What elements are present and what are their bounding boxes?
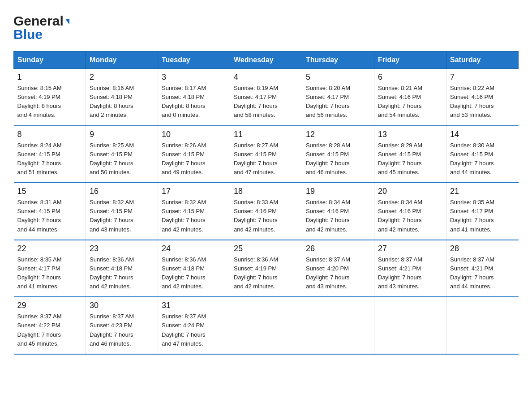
day-number: 3 (162, 73, 226, 82)
calendar-week-row: 22 Sunrise: 8:35 AMSunset: 4:17 PMDaylig… (14, 240, 519, 297)
day-number: 31 (162, 301, 226, 310)
day-number: 6 (378, 73, 442, 82)
calendar-cell (302, 297, 374, 354)
calendar-cell: 27 Sunrise: 8:37 AMSunset: 4:21 PMDaylig… (374, 240, 446, 297)
day-info: Sunrise: 8:36 AMSunset: 4:18 PMDaylight:… (90, 255, 154, 291)
calendar-cell: 31 Sunrise: 8:37 AMSunset: 4:24 PMDaylig… (158, 297, 230, 354)
day-info: Sunrise: 8:36 AMSunset: 4:18 PMDaylight:… (162, 255, 226, 291)
calendar-cell: 20 Sunrise: 8:34 AMSunset: 4:16 PMDaylig… (374, 183, 446, 240)
logo-general-text: General (13, 13, 64, 29)
header-sunday: Sunday (14, 51, 86, 69)
day-info: Sunrise: 8:37 AMSunset: 4:23 PMDaylight:… (90, 312, 154, 348)
day-number: 30 (90, 301, 154, 310)
day-info: Sunrise: 8:29 AMSunset: 4:15 PMDaylight:… (378, 141, 442, 177)
day-number: 10 (162, 130, 226, 139)
calendar-week-row: 29 Sunrise: 8:37 AMSunset: 4:22 PMDaylig… (14, 297, 519, 354)
day-info: Sunrise: 8:33 AMSunset: 4:16 PMDaylight:… (234, 198, 298, 234)
calendar-week-row: 15 Sunrise: 8:31 AMSunset: 4:15 PMDaylig… (14, 183, 519, 240)
day-info: Sunrise: 8:25 AMSunset: 4:15 PMDaylight:… (90, 141, 154, 177)
calendar-cell: 2 Sunrise: 8:16 AMSunset: 4:18 PMDayligh… (86, 69, 158, 126)
day-number: 11 (234, 130, 298, 139)
calendar-cell: 24 Sunrise: 8:36 AMSunset: 4:18 PMDaylig… (158, 240, 230, 297)
day-number: 15 (17, 187, 82, 196)
calendar-cell: 9 Sunrise: 8:25 AMSunset: 4:15 PMDayligh… (86, 126, 158, 183)
calendar-header-row: SundayMondayTuesdayWednesdayThursdayFrid… (14, 51, 519, 69)
calendar-cell: 28 Sunrise: 8:37 AMSunset: 4:21 PMDaylig… (446, 240, 519, 297)
logo-blue-text: Blue (13, 27, 43, 42)
day-number: 8 (17, 130, 82, 139)
calendar-cell: 13 Sunrise: 8:29 AMSunset: 4:15 PMDaylig… (374, 126, 446, 183)
calendar-cell: 7 Sunrise: 8:22 AMSunset: 4:16 PMDayligh… (446, 69, 519, 126)
calendar-cell: 22 Sunrise: 8:35 AMSunset: 4:17 PMDaylig… (14, 240, 86, 297)
day-info: Sunrise: 8:37 AMSunset: 4:22 PMDaylight:… (17, 312, 82, 348)
calendar-cell: 16 Sunrise: 8:32 AMSunset: 4:15 PMDaylig… (86, 183, 158, 240)
calendar-cell: 11 Sunrise: 8:27 AMSunset: 4:15 PMDaylig… (230, 126, 302, 183)
day-info: Sunrise: 8:15 AMSunset: 4:19 PMDaylight:… (17, 84, 82, 120)
day-info: Sunrise: 8:24 AMSunset: 4:15 PMDaylight:… (17, 141, 82, 177)
day-number: 23 (90, 244, 154, 253)
day-info: Sunrise: 8:30 AMSunset: 4:15 PMDaylight:… (450, 141, 515, 177)
header-wednesday: Wednesday (230, 51, 302, 69)
day-info: Sunrise: 8:28 AMSunset: 4:15 PMDaylight:… (306, 141, 370, 177)
logo-arrow-icon (65, 19, 69, 25)
calendar-cell: 15 Sunrise: 8:31 AMSunset: 4:15 PMDaylig… (14, 183, 86, 240)
day-info: Sunrise: 8:21 AMSunset: 4:16 PMDaylight:… (378, 84, 442, 120)
calendar-cell: 25 Sunrise: 8:36 AMSunset: 4:19 PMDaylig… (230, 240, 302, 297)
day-number: 9 (90, 130, 154, 139)
day-number: 13 (378, 130, 442, 139)
day-info: Sunrise: 8:19 AMSunset: 4:17 PMDaylight:… (234, 84, 298, 120)
day-number: 18 (234, 187, 298, 196)
calendar-week-row: 1 Sunrise: 8:15 AMSunset: 4:19 PMDayligh… (14, 69, 519, 126)
calendar-cell: 10 Sunrise: 8:26 AMSunset: 4:15 PMDaylig… (158, 126, 230, 183)
header-monday: Monday (86, 51, 158, 69)
calendar-cell: 4 Sunrise: 8:19 AMSunset: 4:17 PMDayligh… (230, 69, 302, 126)
calendar-cell (374, 297, 446, 354)
day-number: 26 (306, 244, 370, 253)
page-header: General Blue (13, 13, 519, 42)
day-number: 14 (450, 130, 515, 139)
day-number: 20 (378, 187, 442, 196)
calendar-cell: 23 Sunrise: 8:36 AMSunset: 4:18 PMDaylig… (86, 240, 158, 297)
day-info: Sunrise: 8:37 AMSunset: 4:21 PMDaylight:… (450, 255, 515, 291)
day-info: Sunrise: 8:26 AMSunset: 4:15 PMDaylight:… (162, 141, 226, 177)
calendar-cell: 14 Sunrise: 8:30 AMSunset: 4:15 PMDaylig… (446, 126, 519, 183)
day-info: Sunrise: 8:22 AMSunset: 4:16 PMDaylight:… (450, 84, 515, 120)
day-number: 1 (17, 73, 82, 82)
calendar-cell (446, 297, 519, 354)
header-friday: Friday (374, 51, 446, 69)
day-info: Sunrise: 8:16 AMSunset: 4:18 PMDaylight:… (90, 84, 154, 120)
day-number: 19 (306, 187, 370, 196)
day-number: 28 (450, 244, 515, 253)
logo-line1: General (13, 13, 69, 29)
day-info: Sunrise: 8:31 AMSunset: 4:15 PMDaylight:… (17, 198, 82, 234)
day-info: Sunrise: 8:37 AMSunset: 4:24 PMDaylight:… (162, 312, 226, 348)
day-number: 25 (234, 244, 298, 253)
day-number: 7 (450, 73, 515, 82)
day-number: 21 (450, 187, 515, 196)
day-number: 4 (234, 73, 298, 82)
day-info: Sunrise: 8:20 AMSunset: 4:17 PMDaylight:… (306, 84, 370, 120)
calendar-cell: 6 Sunrise: 8:21 AMSunset: 4:16 PMDayligh… (374, 69, 446, 126)
calendar-cell: 29 Sunrise: 8:37 AMSunset: 4:22 PMDaylig… (14, 297, 86, 354)
day-number: 22 (17, 244, 82, 253)
day-info: Sunrise: 8:36 AMSunset: 4:19 PMDaylight:… (234, 255, 298, 291)
day-number: 16 (90, 187, 154, 196)
calendar-cell: 3 Sunrise: 8:17 AMSunset: 4:18 PMDayligh… (158, 69, 230, 126)
calendar-cell: 21 Sunrise: 8:35 AMSunset: 4:17 PMDaylig… (446, 183, 519, 240)
day-info: Sunrise: 8:35 AMSunset: 4:17 PMDaylight:… (17, 255, 82, 291)
header-tuesday: Tuesday (158, 51, 230, 69)
calendar-cell: 8 Sunrise: 8:24 AMSunset: 4:15 PMDayligh… (14, 126, 86, 183)
day-info: Sunrise: 8:32 AMSunset: 4:15 PMDaylight:… (162, 198, 226, 234)
day-number: 12 (306, 130, 370, 139)
day-number: 24 (162, 244, 226, 253)
day-info: Sunrise: 8:37 AMSunset: 4:20 PMDaylight:… (306, 255, 370, 291)
header-saturday: Saturday (446, 51, 519, 69)
calendar-cell: 1 Sunrise: 8:15 AMSunset: 4:19 PMDayligh… (14, 69, 86, 126)
day-number: 29 (17, 301, 82, 310)
day-info: Sunrise: 8:35 AMSunset: 4:17 PMDaylight:… (450, 198, 515, 234)
calendar-cell: 12 Sunrise: 8:28 AMSunset: 4:15 PMDaylig… (302, 126, 374, 183)
day-info: Sunrise: 8:34 AMSunset: 4:16 PMDaylight:… (378, 198, 442, 234)
day-info: Sunrise: 8:27 AMSunset: 4:15 PMDaylight:… (234, 141, 298, 177)
calendar-cell: 26 Sunrise: 8:37 AMSunset: 4:20 PMDaylig… (302, 240, 374, 297)
day-number: 27 (378, 244, 442, 253)
